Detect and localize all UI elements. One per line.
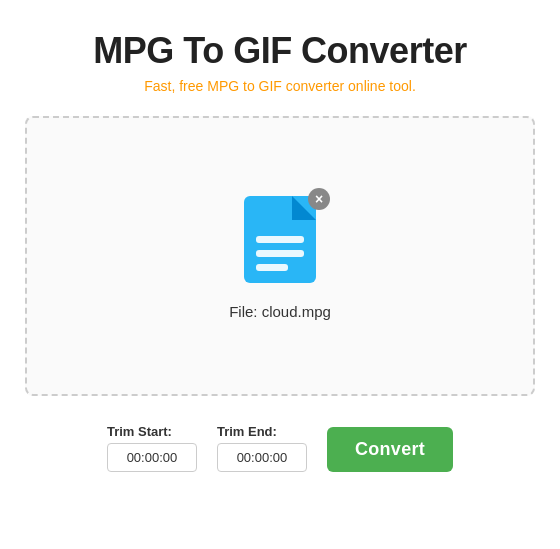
trim-end-group: Trim End:: [217, 424, 307, 472]
subtitle-highlight: MPG to GIF converter: [207, 78, 344, 94]
convert-button[interactable]: Convert: [327, 427, 453, 472]
svg-rect-4: [256, 264, 288, 271]
file-icon: [240, 192, 320, 287]
subtitle-plain: Fast, free: [144, 78, 207, 94]
file-icon-wrapper: ×: [240, 192, 320, 291]
trim-start-input[interactable]: [107, 443, 197, 472]
svg-rect-2: [256, 236, 304, 243]
subtitle-end: online tool.: [344, 78, 416, 94]
subtitle: Fast, free MPG to GIF converter online t…: [144, 78, 416, 94]
page-title: MPG To GIF Converter: [93, 30, 466, 72]
svg-rect-3: [256, 250, 304, 257]
trim-end-input[interactable]: [217, 443, 307, 472]
drop-zone[interactable]: × File: cloud.mpg: [25, 116, 535, 396]
remove-file-button[interactable]: ×: [308, 188, 330, 210]
trim-start-label: Trim Start:: [107, 424, 172, 439]
trim-end-label: Trim End:: [217, 424, 277, 439]
controls-row: Trim Start: Trim End: Convert: [20, 424, 540, 472]
trim-start-group: Trim Start:: [107, 424, 197, 472]
file-label: File: cloud.mpg: [229, 303, 331, 320]
